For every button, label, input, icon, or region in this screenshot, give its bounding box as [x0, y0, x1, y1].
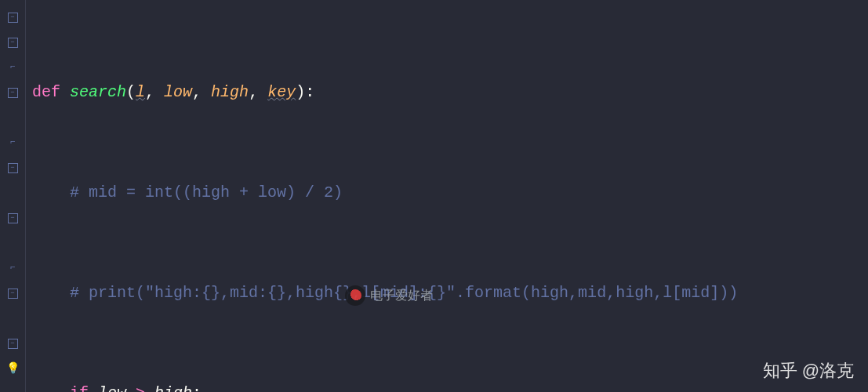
fold-icon[interactable]: − [8, 88, 18, 98]
gutter-row [0, 105, 25, 130]
gutter-row [0, 180, 25, 205]
code-line[interactable]: # print("high:{},mid:{},high{},l[mid]:{}… [32, 281, 738, 306]
lightbulb-icon[interactable]: 💡 [6, 360, 20, 377]
keyword: def [32, 83, 70, 101]
fold-icon[interactable]: − [8, 213, 18, 223]
code-line[interactable]: # mid = int((high + low) / 2) [32, 180, 738, 205]
gutter-row [0, 306, 25, 331]
param: low [164, 83, 192, 101]
gutter-row[interactable]: − [0, 281, 25, 306]
param: high [211, 83, 249, 101]
gutter-row[interactable]: − [0, 30, 25, 55]
comment: # print("high:{},mid:{},high{},l[mid]:{}… [70, 284, 738, 302]
gutter-row[interactable]: − [0, 331, 25, 356]
fold-icon[interactable]: − [8, 289, 18, 299]
fold-icon[interactable]: − [8, 38, 18, 48]
fold-end-icon[interactable]: ⌐ [9, 64, 17, 72]
param: l [136, 83, 145, 101]
param: key [267, 83, 296, 101]
fold-end-icon[interactable]: ⌐ [9, 139, 17, 147]
code-line[interactable]: def search(l, low, high, key): [32, 80, 738, 105]
gutter: − − ⌐ − ⌐ − − ⌐ − − 💡 [0, 0, 26, 392]
gutter-row[interactable]: 💡 [0, 356, 25, 381]
punct: ( [126, 83, 136, 101]
gutter-row[interactable]: ⌐ [0, 130, 25, 155]
code-area[interactable]: def search(l, low, high, key): # mid = i… [26, 0, 738, 392]
code-line[interactable]: if low > high: [32, 381, 738, 392]
gutter-row[interactable]: − [0, 80, 25, 105]
fold-icon[interactable]: − [8, 339, 18, 349]
gutter-row[interactable]: − [0, 205, 25, 230]
code-editor[interactable]: − − ⌐ − ⌐ − − ⌐ − − 💡 def search(l, low,… [0, 0, 868, 392]
gutter-row[interactable]: − [0, 5, 25, 30]
function-name: search [70, 83, 126, 101]
gutter-row[interactable]: ⌐ [0, 55, 25, 80]
comment: # mid = int((high + low) / 2) [70, 183, 343, 201]
gutter-row[interactable]: ⌐ [0, 256, 25, 281]
fold-icon[interactable]: − [8, 13, 18, 23]
gutter-row[interactable]: − [0, 155, 25, 180]
fold-icon[interactable]: − [8, 163, 18, 173]
gutter-row [0, 230, 25, 256]
fold-end-icon[interactable]: ⌐ [9, 264, 17, 273]
